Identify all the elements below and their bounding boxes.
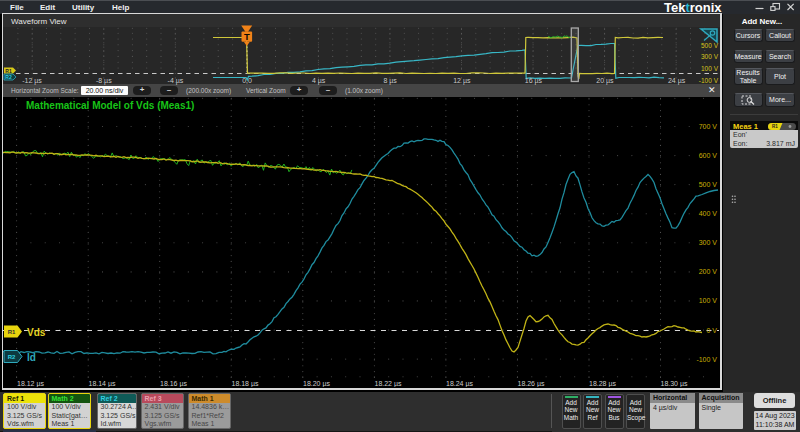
svg-text:Id: Id xyxy=(27,352,36,363)
svg-text:R1: R1 xyxy=(8,329,16,335)
svg-text:-100 V: -100 V xyxy=(696,356,717,363)
svg-text:T: T xyxy=(244,31,250,42)
svg-text:300 V: 300 V xyxy=(701,53,719,60)
svg-text:18.18 µs: 18.18 µs xyxy=(232,380,259,387)
svg-text:18.16 µs: 18.16 µs xyxy=(160,380,187,387)
svg-text:200 V: 200 V xyxy=(699,268,718,275)
svg-text:0,0: 0,0 xyxy=(242,77,252,84)
svg-text:-4 µs: -4 µs xyxy=(168,77,184,85)
svg-text:100 V: 100 V xyxy=(699,297,718,304)
svg-text:-12 µs: -12 µs xyxy=(22,77,42,85)
svg-text:100 V: 100 V xyxy=(701,65,719,72)
svg-text:18.20 µs: 18.20 µs xyxy=(303,380,330,387)
svg-text:-8 µs: -8 µs xyxy=(96,77,112,85)
svg-text:4 µs: 4 µs xyxy=(312,77,326,85)
svg-text:R2: R2 xyxy=(5,74,12,80)
svg-text:18.26 µs: 18.26 µs xyxy=(518,380,545,387)
svg-text:300 V: 300 V xyxy=(699,239,718,246)
svg-text:600 V: 600 V xyxy=(699,152,718,159)
svg-text:18.30 µs: 18.30 µs xyxy=(661,380,688,387)
svg-text:700 V: 700 V xyxy=(699,123,718,130)
svg-text:500 V: 500 V xyxy=(701,42,719,49)
svg-text:12 µs: 12 µs xyxy=(453,77,471,85)
svg-text:18.24 µs: 18.24 µs xyxy=(446,380,473,387)
svg-text:400 V: 400 V xyxy=(699,210,718,217)
svg-text:500 V: 500 V xyxy=(699,181,718,188)
svg-text:-100 V: -100 V xyxy=(699,77,719,84)
svg-text:R1: R1 xyxy=(772,124,778,129)
svg-text:20 µs: 20 µs xyxy=(596,77,614,85)
svg-text:Mathematical Model of Vds (Mea: Mathematical Model of Vds (Meas1) xyxy=(26,100,194,111)
svg-text:R1: R1 xyxy=(5,68,12,74)
svg-text:16 µs: 16 µs xyxy=(525,77,543,85)
svg-text:0 V: 0 V xyxy=(706,327,717,334)
svg-text:8 µs: 8 µs xyxy=(384,77,398,85)
svg-text:18.14 µs: 18.14 µs xyxy=(89,380,116,387)
svg-text:18.12 µs: 18.12 µs xyxy=(17,380,44,387)
svg-text:18.22 µs: 18.22 µs xyxy=(375,380,402,387)
svg-text:24 µs: 24 µs xyxy=(668,77,686,85)
svg-text:R2: R2 xyxy=(8,354,16,360)
svg-text:18.28 µs: 18.28 µs xyxy=(589,380,616,387)
svg-text:Vds: Vds xyxy=(27,327,46,338)
